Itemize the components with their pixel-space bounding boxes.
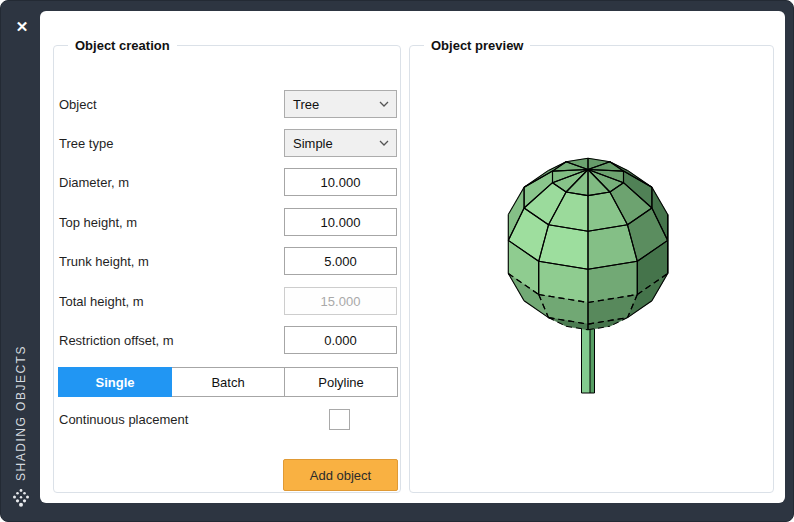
chevron-down-icon [379, 140, 389, 146]
add-object-button[interactable]: Add object [283, 459, 398, 491]
close-button[interactable]: ✕ [10, 14, 34, 38]
palette-body: Object creation Object Tree Tree type Si… [40, 11, 785, 503]
form-row-object: Object Tree [58, 90, 398, 118]
object-preview-group: Object preview [409, 38, 774, 493]
placement-mode-tabs: Single Batch Polyline [58, 367, 398, 397]
object-select[interactable]: Tree [284, 90, 397, 118]
close-icon: ✕ [16, 19, 29, 34]
mode-batch-button[interactable]: Batch [171, 367, 285, 397]
total-height-label: Total height, m [59, 294, 144, 309]
tree-type-select[interactable]: Simple [284, 129, 397, 157]
tree-type-select-value: Simple [285, 136, 379, 151]
palette-title: SHADING OBJECTS [14, 345, 28, 481]
top-height-label: Top height, m [59, 215, 137, 230]
restriction-offset-input[interactable] [284, 326, 397, 354]
continuous-placement-checkbox[interactable] [329, 409, 350, 430]
form-row-trunk-height: Trunk height, m [58, 247, 398, 275]
mode-polyline-button[interactable]: Polyline [284, 367, 398, 397]
trunk-height-input[interactable] [284, 247, 397, 275]
form-row-total-height: Total height, m [58, 287, 398, 315]
object-select-value: Tree [285, 97, 379, 112]
trunk-height-label: Trunk height, m [59, 254, 149, 269]
palette-window: ✕ SHADING OBJECTS Object creation Object… [0, 0, 794, 522]
diameter-input[interactable] [284, 168, 397, 196]
object-creation-title: Object creation [68, 38, 177, 53]
form-row-top-height: Top height, m [58, 208, 398, 236]
object-preview-title: Object preview [424, 38, 530, 53]
form-row-tree-type: Tree type Simple [58, 129, 398, 157]
mode-single-button[interactable]: Single [58, 367, 172, 397]
chevron-down-icon [379, 101, 389, 107]
tree-preview [410, 63, 771, 503]
tree-type-label: Tree type [59, 136, 113, 151]
object-label: Object [59, 97, 97, 112]
diameter-label: Diameter, m [59, 175, 129, 190]
form-row-diameter: Diameter, m [58, 168, 398, 196]
total-height-input [284, 287, 397, 315]
continuous-placement-label: Continuous placement [59, 412, 188, 427]
form-row-continuous-placement: Continuous placement [58, 405, 398, 433]
palette-properties-icon[interactable] [9, 486, 33, 510]
form-row-restriction-offset: Restriction offset, m [58, 326, 398, 354]
restriction-offset-label: Restriction offset, m [59, 333, 174, 348]
object-creation-group: Object creation Object Tree Tree type Si… [53, 38, 401, 493]
top-height-input[interactable] [284, 208, 397, 236]
